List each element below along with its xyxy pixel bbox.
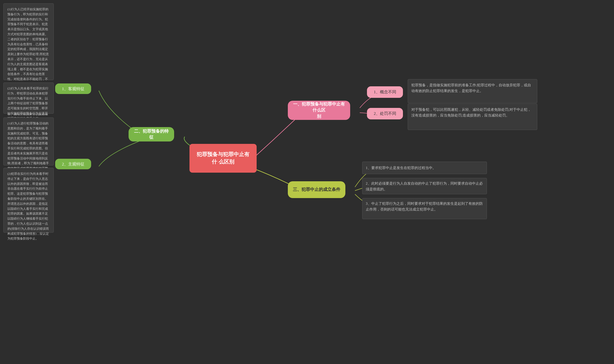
branch-3-label: 三、犯罪中止的成立条件 <box>293 187 340 193</box>
sub-node-punishment: 2、处罚不同 <box>367 108 403 119</box>
center-label: 犯罪预备与犯罪中止有什 么区别 <box>195 151 251 166</box>
textbox-subjective-2-content: (2)犯罪在实行行为尚未着手时 停止下来，是由于行为人意志以外的原因所致，即是被… <box>7 172 49 240</box>
condition-1-text: 1、要求犯罪中止是发生在犯罪的过程当中。 <box>366 165 436 171</box>
text-punishment-content: 对于预备犯，可以比照既遂犯，从轻、减轻处罚或者免除处罚;对于中止犯，没有造成损害… <box>411 108 531 117</box>
condition-3: 3、中止了犯罪行为之后，同时要求对于犯罪结果的发生是起到了有效的防止作用，否则的… <box>362 198 487 219</box>
text-punishment: 对于预备犯，可以比照既遂犯，从轻、减轻处罚或者免除处罚;对于中止犯，没有造成损害… <box>408 104 537 130</box>
sub-node-concept: 1、概念不同 <box>367 86 403 98</box>
center-node: 犯罪预备与犯罪中止有什 么区别 <box>189 144 257 173</box>
condition-3-text: 3、中止了犯罪行为之后，同时要求对于犯罪结果的发生是起到了有效的防止作用，否则的… <box>366 202 483 211</box>
sub-punishment-label: 2、处罚不同 <box>374 111 396 117</box>
branch-node-1: 一、犯罪预备与犯罪中止有什么区别 <box>288 101 350 120</box>
feature-objective-label: 1、客观特征 <box>62 86 84 91</box>
condition-1: 1、要求犯罪中止是发生在犯罪的过程当中。 <box>362 162 487 174</box>
textbox-objective-2: (2)行为人尚未着手犯罪的实行行为，即犯罪活动在具体犯罪实行行为着手前停止下来。… <box>3 82 54 114</box>
text-concept: 犯罪预备，是指做实施犯罪前的准备工作;犯罪过程中，自动放弃犯罪，或自动有效的防止… <box>408 79 537 103</box>
textbox-objective-2-content: (2)行为人尚未着手犯罪的实行行为，即犯罪活动在具体犯罪实行行为着手前停止下来。… <box>7 87 49 120</box>
condition-2: 2、此时必须要是行为人自发自动的中止了犯罪行为，同时要求自动中止必须是彻底的。 <box>362 178 487 194</box>
textbox-objective-1: (1)行为人已经开始实施犯罪的预备行为，即为犯罪的实行和完成创造便利条件的行为。… <box>3 3 54 80</box>
feature-node-objective: 1、客观特征 <box>55 83 91 94</box>
feature-node-subjective: 2、主观特征 <box>55 159 91 169</box>
textbox-subjective-2: (2)犯罪在实行行为尚未着手时 停止下来，是由于行为人意志以外的原因所致，即是被… <box>3 168 54 233</box>
feature-subjective-label: 2、主观特征 <box>62 161 84 167</box>
condition-2-text: 2、此时必须要是行为人自发自动的中止了犯罪行为，同时要求自动中止必须是彻底的。 <box>366 182 483 191</box>
branch-node-2: 二、犯罪预备的特征 <box>129 127 174 142</box>
branch-node-3: 三、犯罪中止的成立条件 <box>288 181 345 198</box>
sub-concept-label: 1、概念不同 <box>374 89 396 95</box>
branch-2-label: 二、犯罪预备的特征 <box>133 128 169 140</box>
textbox-subjective-1: (1)行为人进行犯罪预备活动的意图和目的，是为了顺利着手实施和完成犯罪。可见，预… <box>3 117 54 166</box>
text-concept-content: 犯罪预备，是指做实施犯罪前的准备工作;犯罪过程中，自动放弃犯罪，或自动有效的防止… <box>411 83 531 93</box>
branch-1-label: 一、犯罪预备与犯罪中止有什么区别 <box>293 101 345 119</box>
